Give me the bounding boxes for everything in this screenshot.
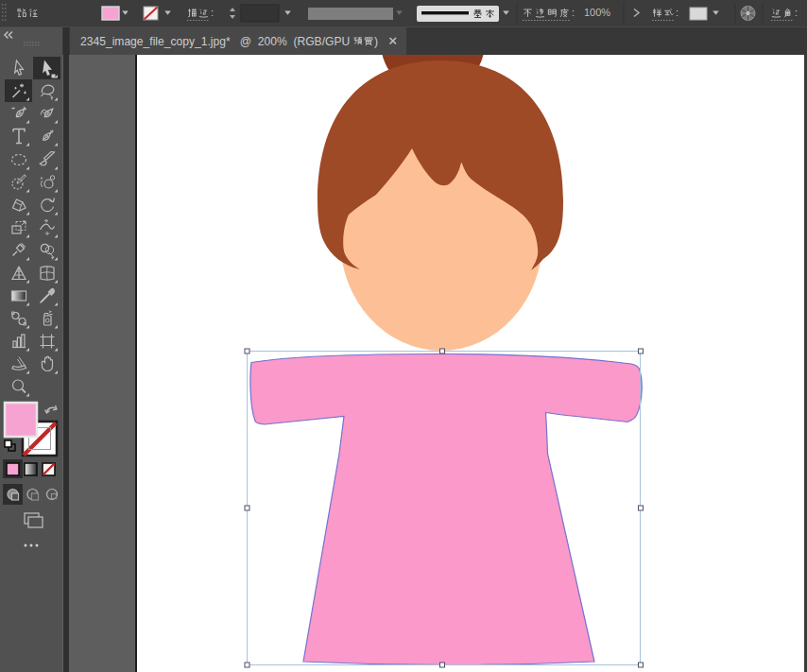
svg-text::: : [676, 7, 678, 18]
svg-text::: : [795, 7, 798, 18]
svg-text:): ) [374, 35, 378, 48]
svg-text:100%: 100% [584, 7, 610, 18]
svg-text::: : [572, 7, 575, 18]
svg-text:2345_image_file_copy_1.jpg*: 2345_image_file_copy_1.jpg* @ 200% (RGB/… [80, 35, 350, 48]
svg-text::: : [211, 7, 214, 18]
